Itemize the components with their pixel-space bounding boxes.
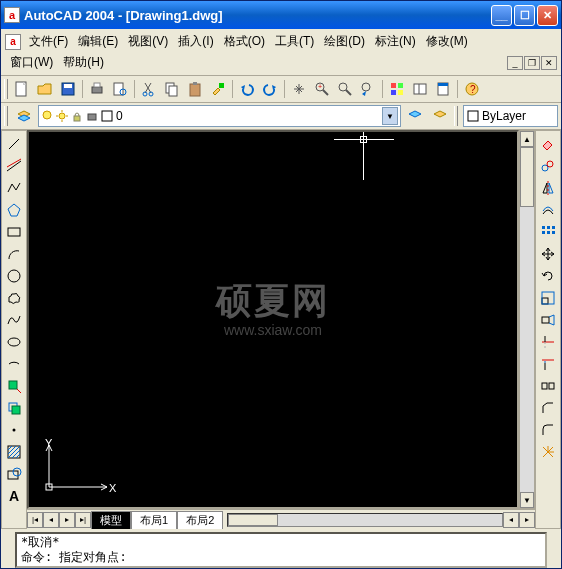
undo-button[interactable] xyxy=(236,78,258,100)
offset-button[interactable] xyxy=(537,199,559,221)
tab-first-button[interactable]: |◂ xyxy=(27,512,43,528)
layer-previous-button[interactable] xyxy=(404,105,426,127)
horizontal-scrollbar[interactable] xyxy=(227,513,503,527)
arc-button[interactable] xyxy=(3,243,25,265)
matchprop-button[interactable] xyxy=(207,78,229,100)
hatch-button[interactable] xyxy=(3,441,25,463)
menu-edit[interactable]: 编辑(E) xyxy=(73,31,123,52)
chamfer-button[interactable] xyxy=(537,397,559,419)
mdi-minimize-button[interactable]: _ xyxy=(507,56,523,70)
maximize-button[interactable]: ☐ xyxy=(514,5,535,26)
menu-tools[interactable]: 工具(T) xyxy=(270,31,319,52)
tab-prev-button[interactable]: ◂ xyxy=(43,512,59,528)
xline-button[interactable] xyxy=(3,155,25,177)
dropdown-arrow-icon[interactable]: ▼ xyxy=(382,107,398,125)
trim-button[interactable] xyxy=(537,331,559,353)
rectangle-button[interactable] xyxy=(3,221,25,243)
array-button[interactable] xyxy=(537,221,559,243)
properties-button[interactable] xyxy=(386,78,408,100)
menu-file[interactable]: 文件(F) xyxy=(24,31,73,52)
copy-object-button[interactable] xyxy=(537,155,559,177)
ellipse-arc-button[interactable] xyxy=(3,353,25,375)
scroll-thumb[interactable] xyxy=(520,147,534,207)
tab-next-button[interactable]: ▸ xyxy=(59,512,75,528)
mtext-button[interactable]: A xyxy=(3,485,25,507)
vertical-scrollbar[interactable]: ▲ ▼ xyxy=(519,130,535,509)
region-button[interactable] xyxy=(3,463,25,485)
tab-layout2[interactable]: 布局2 xyxy=(177,511,223,529)
tab-layout1[interactable]: 布局1 xyxy=(131,511,177,529)
toolbar-grip[interactable] xyxy=(4,79,8,99)
polyline-button[interactable] xyxy=(3,177,25,199)
move-button[interactable] xyxy=(537,243,559,265)
menu-dimension[interactable]: 标注(N) xyxy=(370,31,421,52)
print-button[interactable] xyxy=(86,78,108,100)
menu-help[interactable]: 帮助(H) xyxy=(58,52,109,73)
print-preview-button[interactable] xyxy=(109,78,131,100)
erase-button[interactable] xyxy=(537,133,559,155)
designcenter-button[interactable] xyxy=(409,78,431,100)
command-line[interactable]: *取消* 命令: 指定对角点: xyxy=(15,532,547,568)
layer-states-button[interactable] xyxy=(429,105,451,127)
rotate-button[interactable] xyxy=(537,265,559,287)
scroll-track[interactable] xyxy=(520,147,534,492)
standard-toolbar: + ? xyxy=(1,76,561,103)
menu-draw[interactable]: 绘图(D) xyxy=(319,31,370,52)
menu-window[interactable]: 窗口(W) xyxy=(5,52,58,73)
scroll-down-button[interactable]: ▼ xyxy=(520,492,534,508)
lock-icon xyxy=(71,110,83,122)
titlebar[interactable]: a AutoCAD 2004 - [Drawing1.dwg] __ ☐ ✕ xyxy=(1,1,561,29)
tab-model[interactable]: 模型 xyxy=(91,511,131,529)
toolbar-grip[interactable] xyxy=(4,106,8,126)
fillet-button[interactable] xyxy=(537,419,559,441)
minimize-button[interactable]: __ xyxy=(491,5,512,26)
paste-button[interactable] xyxy=(184,78,206,100)
menu-insert[interactable]: 插入(I) xyxy=(173,31,218,52)
layer-combo[interactable]: 0 ▼ xyxy=(38,105,401,127)
cut-button[interactable] xyxy=(138,78,160,100)
hscroll-right-button[interactable]: ▸ xyxy=(519,512,535,528)
svg-point-31 xyxy=(59,113,65,119)
mdi-restore-button[interactable]: ❐ xyxy=(524,56,540,70)
save-button[interactable] xyxy=(57,78,79,100)
layer-manager-button[interactable] xyxy=(13,105,35,127)
circle-button[interactable] xyxy=(3,265,25,287)
redo-button[interactable] xyxy=(259,78,281,100)
new-button[interactable] xyxy=(11,78,33,100)
help-button[interactable]: ? xyxy=(461,78,483,100)
open-button[interactable] xyxy=(34,78,56,100)
point-button[interactable] xyxy=(3,419,25,441)
stretch-button[interactable] xyxy=(537,309,559,331)
make-block-button[interactable] xyxy=(3,397,25,419)
insert-block-button[interactable] xyxy=(3,375,25,397)
scale-button[interactable] xyxy=(537,287,559,309)
extend-button[interactable] xyxy=(537,353,559,375)
menu-modify[interactable]: 修改(M) xyxy=(421,31,473,52)
zoom-realtime-button[interactable]: + xyxy=(311,78,333,100)
close-button[interactable]: ✕ xyxy=(537,5,558,26)
explode-button[interactable] xyxy=(537,441,559,463)
break-button[interactable] xyxy=(537,375,559,397)
zoom-window-button[interactable] xyxy=(334,78,356,100)
copy-button[interactable] xyxy=(161,78,183,100)
color-combo[interactable]: ByLayer xyxy=(463,105,558,127)
mdi-close-button[interactable]: ✕ xyxy=(541,56,557,70)
drawing-canvas[interactable]: 硕夏网 www.sxiaw.com Y X xyxy=(29,132,517,507)
toolbar-grip[interactable] xyxy=(454,106,458,126)
hscroll-thumb[interactable] xyxy=(228,514,278,526)
mirror-button[interactable] xyxy=(537,177,559,199)
zoom-previous-button[interactable] xyxy=(357,78,379,100)
hscroll-left-button[interactable]: ◂ xyxy=(503,512,519,528)
app-icon: a xyxy=(4,7,20,23)
spline-button[interactable] xyxy=(3,309,25,331)
pan-button[interactable] xyxy=(288,78,310,100)
tab-last-button[interactable]: ▸| xyxy=(75,512,91,528)
scroll-up-button[interactable]: ▲ xyxy=(520,131,534,147)
polygon-button[interactable] xyxy=(3,199,25,221)
menu-format[interactable]: 格式(O) xyxy=(219,31,270,52)
menu-view[interactable]: 视图(V) xyxy=(123,31,173,52)
line-button[interactable] xyxy=(3,133,25,155)
ellipse-button[interactable] xyxy=(3,331,25,353)
toolpalettes-button[interactable] xyxy=(432,78,454,100)
revcloud-button[interactable] xyxy=(3,287,25,309)
